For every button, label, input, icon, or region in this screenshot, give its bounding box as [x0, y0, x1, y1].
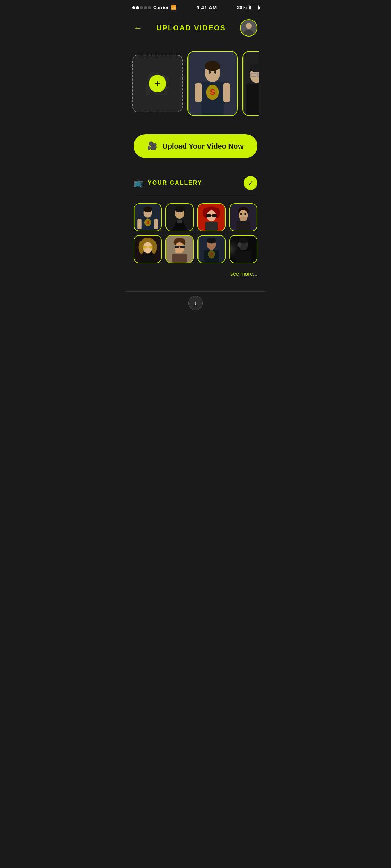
gallery-person-4-svg	[230, 203, 257, 231]
svg-rect-30	[154, 219, 158, 229]
status-left: Carrier 📶	[132, 5, 176, 10]
avatar-image	[241, 20, 257, 36]
svg-rect-71	[180, 246, 185, 248]
gallery-item-7-image: S	[198, 236, 225, 263]
svg-point-53	[240, 213, 242, 215]
gallery-item-5-image	[134, 236, 161, 263]
svg-rect-64	[142, 254, 154, 263]
svg-point-6	[205, 61, 220, 71]
video-thumb-2[interactable]	[242, 51, 259, 116]
gallery-person-8-svg	[230, 235, 257, 263]
svg-point-8	[214, 71, 216, 74]
gallery-item-4[interactable]	[229, 203, 257, 231]
video-thumb-1-image: S	[188, 52, 237, 115]
svg-point-52	[240, 217, 247, 221]
svg-rect-15	[243, 53, 244, 115]
video-carousel: 🎥 +	[132, 51, 259, 116]
signal-dot-4	[144, 6, 147, 9]
gallery-item-8[interactable]	[229, 235, 257, 263]
upload-button-label: Upload Your Video Now	[162, 142, 243, 150]
add-plus-icon: +	[149, 75, 166, 92]
gallery-item-7[interactable]: S	[197, 235, 226, 263]
svg-point-1	[246, 23, 252, 29]
gallery-item-2[interactable]	[165, 203, 194, 231]
upload-button[interactable]: 🎥 Upload Your Video Now	[134, 134, 257, 158]
svg-rect-48	[205, 222, 218, 231]
gallery-tv-icon: 📺	[134, 178, 143, 188]
signal-dot-5	[148, 6, 151, 9]
video-thumb-2-image	[243, 52, 259, 115]
gallery-item-6-image	[166, 236, 193, 263]
gallery-item-3-image	[198, 204, 225, 231]
gallery-item-4-image	[230, 204, 257, 231]
svg-text:S: S	[210, 252, 213, 256]
svg-point-86	[237, 242, 241, 247]
svg-rect-44	[206, 214, 211, 217]
see-more-link[interactable]: see more...	[230, 271, 257, 277]
svg-text:S: S	[210, 88, 215, 97]
back-button[interactable]: ←	[134, 24, 142, 32]
battery-label: 20%	[237, 5, 247, 10]
scroll-down-icon: ↓	[194, 300, 197, 306]
svg-rect-55	[236, 221, 250, 231]
gallery-person-6-svg	[166, 235, 193, 263]
svg-point-7	[209, 71, 211, 74]
svg-text:S: S	[146, 220, 149, 225]
svg-rect-62	[148, 246, 153, 248]
gallery-grid: S	[134, 203, 257, 231]
scroll-down-button[interactable]: ↓	[188, 296, 203, 310]
svg-rect-75	[198, 236, 199, 263]
status-bar: Carrier 📶 9:41 AM 20%	[125, 0, 266, 13]
gallery-grid-row-2: S	[134, 235, 257, 263]
svg-rect-69	[175, 251, 183, 253]
signal-dot-1	[132, 6, 135, 9]
svg-rect-29	[137, 219, 142, 229]
svg-point-33	[175, 206, 184, 212]
person-1-svg: S	[188, 51, 237, 116]
time-label: 9:41 AM	[196, 4, 217, 10]
svg-point-25	[143, 207, 152, 212]
gallery-person-1-svg: S	[134, 203, 161, 231]
svg-rect-85	[235, 251, 251, 263]
signal-dots	[132, 6, 151, 9]
gallery-item-6[interactable]	[165, 235, 194, 263]
svg-rect-37	[177, 220, 182, 223]
bottom-bar: ↓	[125, 291, 266, 318]
add-video-box[interactable]: 🎥 +	[132, 55, 183, 112]
person-2-svg	[243, 51, 259, 116]
gallery-check-icon[interactable]: ✓	[244, 176, 257, 190]
gallery-section: 📺 YOUR GALLERY ✓ S	[125, 165, 266, 288]
signal-dot-3	[140, 6, 143, 9]
svg-point-84	[239, 238, 247, 243]
gallery-item-3[interactable]	[197, 203, 226, 231]
header: ← UPLOAD VIDEOS	[125, 13, 266, 44]
gallery-person-5-svg	[134, 235, 161, 263]
avatar[interactable]	[240, 19, 257, 37]
gallery-item-1-image: S	[134, 204, 161, 231]
battery-fill	[249, 6, 251, 9]
svg-rect-12	[195, 83, 202, 102]
signal-dot-2	[136, 6, 139, 9]
video-thumb-1[interactable]: S	[187, 51, 238, 116]
page-title: UPLOAD VIDEOS	[156, 24, 226, 32]
svg-point-54	[244, 213, 246, 215]
gallery-person-2-svg	[166, 203, 193, 231]
wifi-icon: 📶	[171, 5, 176, 10]
svg-rect-70	[175, 246, 179, 248]
gallery-item-1[interactable]: S	[134, 203, 162, 231]
gallery-item-5[interactable]	[134, 235, 162, 263]
svg-rect-61	[143, 246, 147, 248]
avatar-svg	[241, 19, 257, 37]
battery-icon	[249, 5, 259, 10]
status-right: 20%	[237, 5, 259, 10]
see-more-row: see more...	[134, 267, 257, 284]
gallery-title-row: 📺 YOUR GALLERY	[134, 178, 202, 188]
gallery-person-7-svg: S	[198, 235, 225, 263]
upload-camera-icon: 🎥	[147, 141, 157, 151]
svg-rect-73	[172, 254, 187, 263]
svg-rect-21	[247, 84, 259, 115]
svg-rect-45	[212, 214, 217, 217]
svg-rect-23	[134, 204, 135, 231]
svg-rect-13	[223, 83, 230, 102]
gallery-item-2-image	[166, 204, 193, 231]
